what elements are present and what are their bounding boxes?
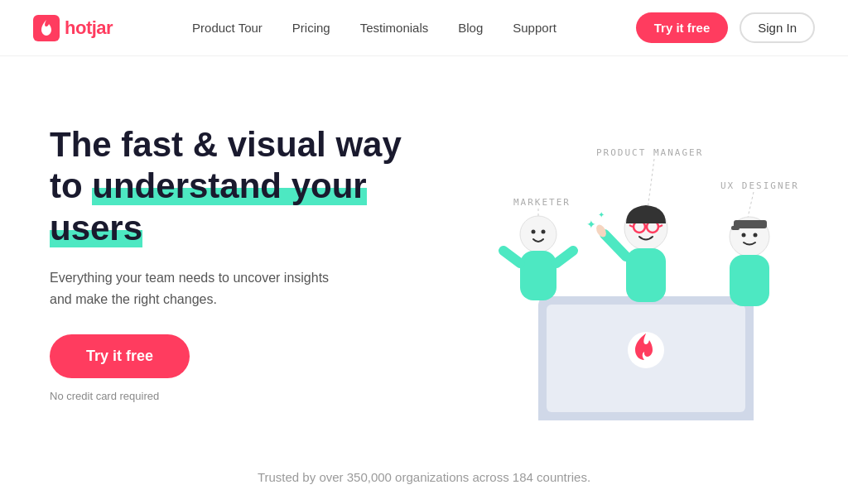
- nav-links: Product Tour Pricing Testimonials Blog S…: [192, 21, 556, 35]
- hero-section: The fast & visual way to understand your…: [0, 56, 848, 454]
- logo: hotjar: [33, 15, 113, 41]
- hero-subtitle: Everything your team needs to uncover in…: [50, 267, 364, 310]
- hero-title-highlight: understand your users: [50, 166, 367, 247]
- sign-in-button[interactable]: Sign In: [740, 12, 815, 43]
- trusted-section: Trusted by over 350,000 organizations ac…: [0, 454, 848, 504]
- hero-title: The fast & visual way to understand your…: [50, 124, 464, 249]
- nav-link-testimonials[interactable]: Testimonials: [360, 21, 429, 35]
- svg-point-28: [742, 233, 746, 238]
- svg-line-21: [605, 234, 626, 257]
- trusted-text: Trusted by over 350,000 organizations ac…: [33, 470, 815, 484]
- navbar: hotjar Product Tour Pricing Testimonials…: [0, 0, 848, 56]
- svg-rect-11: [520, 251, 556, 300]
- ux-designer-label: UX DESIGNER: [720, 180, 799, 191]
- try-it-free-nav-button[interactable]: Try it free: [636, 12, 729, 43]
- svg-rect-20: [626, 248, 666, 302]
- no-credit-text: No credit card required: [50, 390, 464, 402]
- hotjar-logo-icon: [33, 15, 60, 41]
- svg-text:✦: ✦: [586, 218, 596, 231]
- marketer-label: MARKETER: [513, 197, 571, 208]
- nav-actions: Try it free Sign In: [636, 12, 815, 43]
- svg-text:✦: ✦: [598, 210, 605, 219]
- svg-point-8: [520, 216, 556, 252]
- hero-illustration-svg: MARKETER PRODUCT MANAGER UX DESIGNER: [464, 106, 812, 420]
- nav-link-pricing[interactable]: Pricing: [292, 21, 330, 35]
- nav-link-blog[interactable]: Blog: [458, 21, 483, 35]
- hero-illustration: MARKETER PRODUCT MANAGER UX DESIGNER: [464, 106, 812, 420]
- svg-line-13: [556, 251, 573, 263]
- try-it-free-hero-button[interactable]: Try it free: [50, 334, 190, 378]
- svg-rect-27: [731, 226, 740, 230]
- nav-link-support[interactable]: Support: [513, 21, 556, 35]
- svg-rect-30: [730, 255, 769, 306]
- svg-point-29: [754, 233, 758, 238]
- svg-point-10: [542, 230, 546, 234]
- nav-link-product-tour[interactable]: Product Tour: [192, 21, 263, 35]
- product-manager-label: PRODUCT MANAGER: [596, 147, 703, 158]
- svg-line-12: [504, 251, 520, 263]
- hero-content: The fast & visual way to understand your…: [50, 124, 464, 402]
- svg-point-9: [532, 230, 536, 234]
- logo-text: hotjar: [65, 17, 113, 39]
